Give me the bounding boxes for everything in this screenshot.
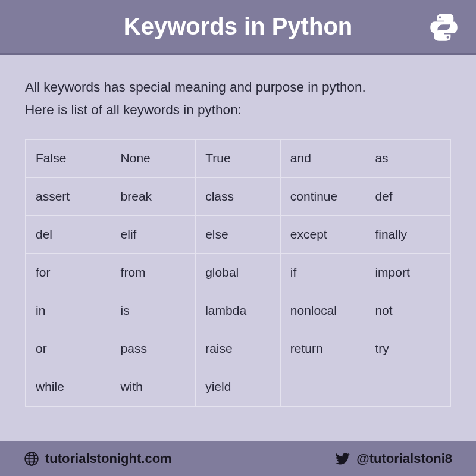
page-title: Keywords in Python bbox=[124, 13, 353, 40]
keyword-cell: in bbox=[26, 292, 111, 330]
twitter-handle: @tutorialstoni8 bbox=[356, 451, 452, 466]
keyword-cell: not bbox=[365, 292, 450, 330]
footer-left: tutorialstonight.com bbox=[24, 451, 172, 466]
description: All keywords has special meaning and pur… bbox=[25, 76, 451, 122]
keyword-cell: or bbox=[26, 330, 111, 368]
python-icon bbox=[428, 12, 459, 43]
description-line-1: All keywords has special meaning and pur… bbox=[25, 76, 451, 99]
keyword-cell bbox=[365, 368, 450, 406]
globe-icon bbox=[24, 451, 39, 466]
website-label: tutorialstonight.com bbox=[45, 451, 172, 466]
keyword-cell: True bbox=[196, 139, 281, 177]
table-row: inislambdanonlocalnot bbox=[26, 292, 450, 330]
keyword-cell: and bbox=[280, 139, 365, 177]
keyword-cell: None bbox=[111, 139, 196, 177]
keyword-cell: assert bbox=[26, 177, 111, 215]
keywords-table: FalseNoneTrueandasassertbreakclasscontin… bbox=[26, 139, 450, 406]
keyword-cell: return bbox=[280, 330, 365, 368]
keyword-cell: from bbox=[111, 253, 196, 292]
keyword-cell: with bbox=[111, 368, 196, 406]
table-row: FalseNoneTrueandas bbox=[26, 139, 450, 177]
keyword-cell: if bbox=[280, 253, 365, 292]
keyword-cell: global bbox=[196, 253, 281, 292]
footer: tutorialstonight.com @tutorialstoni8 bbox=[0, 441, 476, 476]
keyword-cell: False bbox=[26, 139, 111, 177]
keyword-cell: is bbox=[111, 292, 196, 330]
twitter-icon bbox=[335, 451, 350, 466]
keyword-cell: raise bbox=[196, 330, 281, 368]
header: Keywords in Python bbox=[0, 0, 476, 55]
keyword-cell: try bbox=[365, 330, 450, 368]
keyword-cell: lambda bbox=[196, 292, 281, 330]
keyword-cell: else bbox=[196, 215, 281, 253]
keywords-table-wrap: FalseNoneTrueandasassertbreakclasscontin… bbox=[25, 139, 451, 407]
keyword-cell: pass bbox=[111, 330, 196, 368]
description-line-2: Here is list of all keywords in python: bbox=[25, 99, 451, 121]
keyword-cell: nonlocal bbox=[280, 292, 365, 330]
keyword-cell: yield bbox=[196, 368, 281, 406]
table-row: forfromglobalifimport bbox=[26, 253, 450, 292]
keyword-cell: while bbox=[26, 368, 111, 406]
keyword-cell: finally bbox=[365, 215, 450, 253]
keyword-cell: break bbox=[111, 177, 196, 215]
keyword-cell: del bbox=[26, 215, 111, 253]
keyword-cell: continue bbox=[280, 177, 365, 215]
keyword-cell: def bbox=[365, 177, 450, 215]
table-row: whilewithyield bbox=[26, 368, 450, 406]
table-row: assertbreakclasscontinuedef bbox=[26, 177, 450, 215]
keyword-cell: elif bbox=[111, 215, 196, 253]
footer-right: @tutorialstoni8 bbox=[335, 451, 452, 466]
table-row: orpassraisereturntry bbox=[26, 330, 450, 368]
keyword-cell: class bbox=[196, 177, 281, 215]
keyword-cell: for bbox=[26, 253, 111, 292]
keyword-cell: except bbox=[280, 215, 365, 253]
table-row: delelifelseexceptfinally bbox=[26, 215, 450, 253]
keyword-cell: as bbox=[365, 139, 450, 177]
keyword-cell: import bbox=[365, 253, 450, 292]
keyword-cell bbox=[280, 368, 365, 406]
content: All keywords has special meaning and pur… bbox=[0, 55, 476, 441]
